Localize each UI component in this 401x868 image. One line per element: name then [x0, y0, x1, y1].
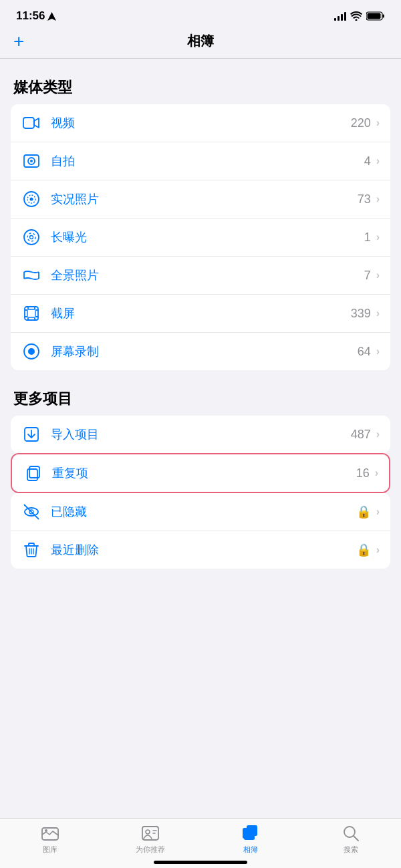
chevron-icon: ›: [375, 467, 378, 479]
more-items-list-top: 导入项目 487 ›: [11, 416, 390, 453]
item-count: 73: [358, 192, 371, 206]
chevron-icon: ›: [376, 307, 380, 319]
tab-label: 为你推荐: [136, 845, 165, 855]
status-time: 11:56: [16, 9, 56, 23]
list-item[interactable]: 全景照片 7 ›: [11, 257, 390, 295]
svg-rect-2: [383, 15, 385, 18]
status-icons: [334, 11, 385, 21]
item-count: 7: [364, 269, 371, 283]
trash-icon: [21, 540, 41, 560]
svg-point-23: [45, 829, 47, 832]
screenshot-icon: [21, 303, 41, 323]
chevron-icon: ›: [376, 506, 380, 518]
selfie-icon: [21, 151, 41, 171]
location-icon: [47, 12, 56, 21]
more-items-section: 更多项目 导入项目 487 ›: [0, 389, 401, 569]
svg-rect-14: [27, 309, 35, 317]
chevron-icon: ›: [376, 544, 380, 556]
albums-tab-icon: [241, 824, 260, 843]
item-label: 全景照片: [51, 267, 364, 283]
wifi-icon: [350, 11, 362, 21]
chevron-icon: ›: [376, 428, 380, 440]
add-button[interactable]: +: [13, 32, 24, 51]
list-item[interactable]: 导入项目 487 ›: [11, 416, 390, 453]
chevron-icon: ›: [376, 155, 380, 167]
item-count: 1: [364, 231, 371, 245]
screen-record-icon: [21, 341, 41, 361]
duplicate-icon: [23, 463, 43, 483]
more-items-list-bottom: 已隐藏 🔒 › 最近删除 🔒 ›: [11, 493, 390, 569]
library-tab-icon: [41, 824, 59, 843]
item-label: 自拍: [51, 153, 364, 169]
chevron-icon: ›: [376, 117, 380, 129]
list-item[interactable]: 长曝光 1 ›: [11, 219, 390, 257]
item-count: 487: [351, 428, 371, 442]
lock-icon: 🔒: [356, 543, 371, 557]
svg-rect-3: [23, 118, 34, 128]
chevron-icon: ›: [376, 231, 380, 243]
item-count: 4: [364, 154, 371, 168]
for-you-tab-icon: [141, 824, 160, 843]
lock-icon: 🔒: [356, 504, 371, 519]
import-icon: [21, 424, 41, 444]
svg-rect-13: [25, 307, 38, 320]
media-types-title: 媒体类型: [0, 78, 401, 104]
item-label: 屏幕录制: [51, 343, 358, 359]
tab-for-you[interactable]: 为你推荐: [130, 824, 170, 855]
chevron-icon: ›: [376, 269, 380, 281]
item-count: 220: [351, 116, 371, 130]
nav-bar: + 相簿: [0, 27, 401, 59]
item-label: 重复项: [52, 465, 356, 481]
item-count: 16: [356, 466, 370, 480]
duplicate-list-item[interactable]: 重复项 16 ›: [12, 454, 389, 492]
svg-point-25: [146, 830, 150, 834]
svg-point-6: [30, 160, 33, 162]
list-item[interactable]: 截屏 339 ›: [11, 295, 390, 333]
list-item[interactable]: 已隐藏 🔒 ›: [11, 493, 390, 531]
panorama-icon: [21, 265, 41, 285]
tab-label: 图库: [43, 845, 57, 855]
item-label: 视频: [51, 115, 351, 131]
list-item[interactable]: 视频 220 ›: [11, 104, 390, 142]
svg-rect-28: [244, 829, 255, 840]
more-items-title: 更多项目: [0, 389, 401, 416]
item-label: 截屏: [51, 305, 351, 321]
item-label: 长曝光: [51, 229, 364, 245]
tab-label: 相簿: [243, 845, 258, 855]
svg-rect-1: [368, 13, 381, 19]
nav-title: 相簿: [187, 32, 214, 50]
item-count: 339: [351, 307, 371, 321]
svg-point-11: [27, 233, 35, 241]
item-count: 64: [358, 345, 371, 359]
content-area: 媒体类型 视频 220 ›: [0, 78, 401, 635]
media-types-section: 媒体类型 视频 220 ›: [0, 78, 401, 370]
tab-library[interactable]: 图库: [30, 824, 70, 855]
svg-point-16: [28, 348, 35, 355]
signal-icon: [334, 11, 346, 21]
chevron-icon: ›: [376, 193, 380, 205]
media-types-list: 视频 220 › 自拍 4 ›: [11, 104, 390, 370]
tab-albums[interactable]: 相簿: [231, 824, 271, 855]
item-label: 导入项目: [51, 426, 351, 442]
search-tab-icon: [342, 824, 360, 843]
chevron-icon: ›: [376, 345, 380, 357]
battery-icon: [366, 11, 385, 21]
list-item[interactable]: 实况照片 73 ›: [11, 180, 390, 219]
item-label: 实况照片: [51, 191, 358, 207]
list-item[interactable]: 自拍 4 ›: [11, 142, 390, 180]
tab-search[interactable]: 搜索: [331, 824, 371, 855]
tab-label: 搜索: [344, 845, 358, 855]
video-icon: [21, 113, 41, 133]
status-bar: 11:56: [0, 0, 401, 27]
live-photo-icon: [21, 189, 41, 209]
item-label: 最近删除: [51, 542, 356, 558]
hidden-icon: [21, 502, 41, 522]
item-label: 已隐藏: [51, 504, 356, 520]
long-exposure-icon: [21, 227, 41, 247]
svg-point-10: [24, 230, 39, 245]
home-indicator: [154, 861, 247, 864]
list-item[interactable]: 最近删除 🔒 ›: [11, 531, 390, 569]
svg-point-12: [30, 236, 33, 239]
list-item[interactable]: 屏幕录制 64 ›: [11, 333, 390, 370]
svg-point-9: [30, 198, 33, 201]
